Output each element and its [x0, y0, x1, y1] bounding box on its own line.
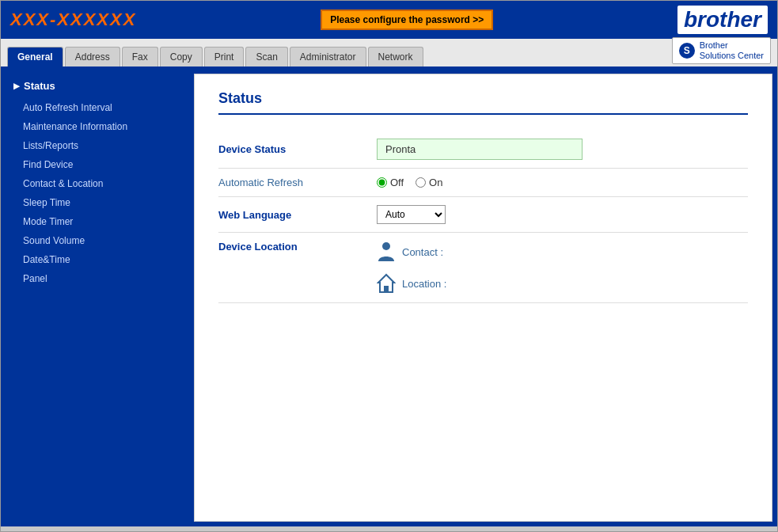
- content-area: Status Device Status Automatic Refresh O…: [194, 74, 772, 522]
- svg-point-0: [382, 242, 390, 250]
- automatic-refresh-label: Automatic Refresh: [218, 177, 377, 188]
- device-status-label: Device Status: [218, 143, 377, 155]
- brother-logo: brother: [677, 6, 768, 34]
- page-title: Status: [218, 90, 748, 115]
- password-button[interactable]: Please configure the password >>: [321, 10, 493, 30]
- tab-administrator[interactable]: Administrator: [290, 47, 366, 66]
- contact-item: Contact :: [377, 241, 446, 263]
- sidebar-item-panel[interactable]: Panel: [6, 269, 194, 288]
- sidebar-item-mode-timer[interactable]: Mode Timer: [6, 212, 194, 231]
- tabs-container: General Address Fax Copy Print Scan Admi…: [7, 47, 423, 66]
- refresh-off-radio[interactable]: [377, 177, 387, 188]
- sidebar-item-auto-refresh[interactable]: Auto Refresh Interval: [6, 98, 194, 117]
- contact-person-icon: [377, 241, 396, 263]
- tab-print[interactable]: Print: [204, 47, 245, 66]
- web-language-row: Web Language Auto English French German …: [218, 197, 748, 233]
- sidebar-item-sound-volume[interactable]: Sound Volume: [6, 231, 194, 250]
- tab-network[interactable]: Network: [368, 47, 423, 66]
- status-arrow-icon: ▶: [13, 82, 20, 90]
- tab-fax[interactable]: Fax: [122, 47, 158, 66]
- svg-rect-3: [384, 286, 389, 292]
- refresh-on-label: On: [429, 177, 442, 188]
- solutions-center-label: BrotherSolutions Center: [700, 40, 764, 61]
- sidebar-item-maintenance[interactable]: Maintenance Information: [6, 117, 194, 136]
- web-language-select[interactable]: Auto English French German Spanish Itali…: [377, 205, 446, 224]
- device-status-row: Device Status: [218, 131, 748, 169]
- location-items: Contact : Location :: [377, 241, 446, 294]
- web-language-value: Auto English French German Spanish Itali…: [377, 205, 748, 224]
- solutions-center-button[interactable]: S BrotherSolutions Center: [672, 37, 771, 64]
- contact-label: Contact :: [402, 246, 443, 258]
- tab-copy[interactable]: Copy: [160, 47, 203, 66]
- sidebar: ▶ Status Auto Refresh Interval Maintenan…: [6, 74, 194, 522]
- device-status-input: [377, 139, 583, 160]
- automatic-refresh-row: Automatic Refresh Off On: [218, 169, 748, 197]
- device-location-label: Device Location: [218, 241, 377, 253]
- refresh-off-label: Off: [390, 177, 404, 188]
- refresh-on-radio[interactable]: [416, 177, 426, 188]
- sidebar-item-contact-location[interactable]: Contact & Location: [6, 174, 194, 193]
- home-icon: [377, 272, 396, 294]
- location-item: Location :: [377, 272, 446, 294]
- main-layout: ▶ Status Auto Refresh Interval Maintenan…: [1, 69, 777, 526]
- tab-address[interactable]: Address: [65, 47, 120, 66]
- tab-general[interactable]: General: [7, 47, 63, 66]
- refresh-off-option[interactable]: Off: [377, 177, 404, 188]
- tab-bar: General Address Fax Copy Print Scan Admi…: [1, 39, 777, 69]
- sidebar-item-status[interactable]: ▶ Status: [6, 74, 194, 98]
- sidebar-item-sleep-time[interactable]: Sleep Time: [6, 193, 194, 212]
- sidebar-status-label: Status: [24, 80, 55, 92]
- location-label: Location :: [402, 278, 446, 290]
- refresh-on-option[interactable]: On: [416, 177, 442, 188]
- sidebar-item-lists-reports[interactable]: Lists/Reports: [6, 136, 194, 155]
- header: XXX-XXXXXX Please configure the password…: [1, 1, 777, 39]
- refresh-options: Off On: [377, 177, 748, 188]
- device-title: XXX-XXXXXX: [10, 10, 136, 30]
- device-location-row: Device Location Contact :: [218, 233, 748, 303]
- solutions-icon: S: [679, 43, 695, 59]
- web-language-label: Web Language: [218, 209, 377, 221]
- sidebar-item-find-device[interactable]: Find Device: [6, 155, 194, 174]
- tab-scan[interactable]: Scan: [245, 47, 287, 66]
- device-status-value-container: [377, 139, 748, 160]
- svg-rect-1: [385, 250, 388, 256]
- sidebar-item-datetime[interactable]: Date&Time: [6, 250, 194, 269]
